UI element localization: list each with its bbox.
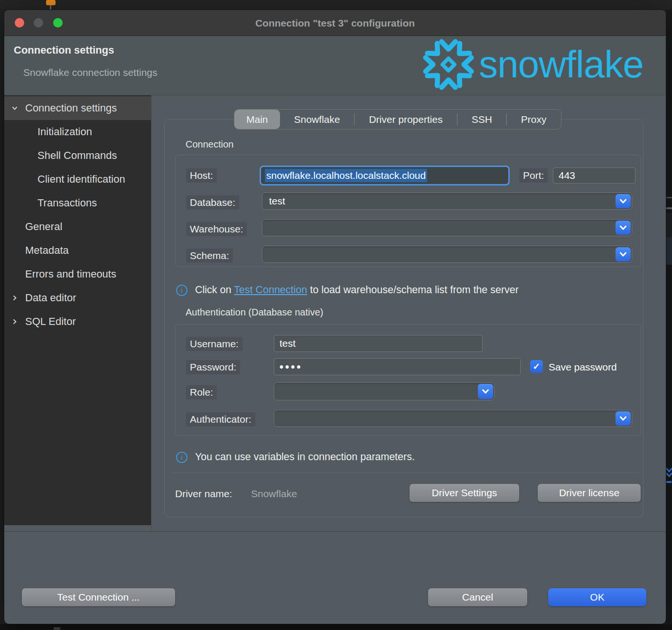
sidebar-item-label: Data editor [25, 292, 76, 304]
sidebar-item-label: Initialization [37, 126, 92, 138]
schema-combo[interactable] [262, 246, 632, 263]
info1-prefix: Click on [195, 284, 234, 296]
close-window-button[interactable] [15, 18, 24, 28]
tree-chevron-icon [4, 104, 25, 112]
sidebar-item-label: Metadata [25, 244, 69, 257]
sidebar-item-metadata[interactable]: Metadata [4, 239, 151, 262]
dialog-header: Connection settings Snowflake connection… [4, 36, 666, 95]
tree-chevron-icon [4, 270, 25, 278]
tree-chevron-icon [17, 199, 37, 207]
dialog-footer: Test Connection ... Cancel OK [4, 532, 666, 624]
tab-driver-properties[interactable]: Driver properties [355, 110, 457, 129]
sidebar-item-general[interactable]: General [4, 215, 151, 239]
chevron-down-icon [619, 416, 627, 421]
host-value: snowflake.localhost.localstack.cloud [265, 169, 427, 182]
check-icon: ✓ [533, 361, 541, 372]
authenticator-combo[interactable] [274, 410, 632, 427]
warehouse-dropdown-button[interactable] [616, 221, 631, 235]
host-label: Host: [186, 168, 217, 183]
tab-label: Main [246, 114, 268, 125]
tree-chevron-icon [4, 294, 25, 302]
info-variables: i You can use variables in connection pa… [176, 451, 415, 463]
driver-license-button[interactable]: Driver license [538, 484, 641, 502]
tab-snowflake[interactable]: Snowflake [280, 110, 355, 129]
database-dropdown-button[interactable] [616, 194, 631, 208]
minimize-window-button[interactable] [34, 18, 43, 28]
tree-chevron-icon [4, 223, 25, 231]
tree-chevron-icon [17, 128, 37, 136]
title-bar: Connection "test 3" configuration [4, 10, 666, 36]
test-connection-button[interactable]: Test Connection ... [22, 588, 175, 606]
background-app-top [0, 0, 672, 9]
sidebar-item-transactions[interactable]: Transactions [4, 191, 151, 215]
username-input[interactable]: test [274, 335, 483, 352]
sidebar-item-label: General [25, 221, 62, 233]
sidebar-item-label: Errors and timeouts [25, 268, 116, 280]
sidebar-item-label: Connection settings [25, 102, 117, 114]
role-combo[interactable] [274, 382, 495, 400]
password-input[interactable]: •••• [274, 358, 521, 375]
sidebar-item-client-identification[interactable]: Client identification [4, 167, 151, 191]
zoom-window-button[interactable] [53, 18, 63, 28]
header-subtitle: Snowflake connection settings [23, 67, 158, 78]
tab-label: Driver properties [369, 114, 442, 125]
background-chevron-icon [666, 467, 672, 480]
sidebar-item-errors-and-timeouts[interactable]: Errors and timeouts [4, 262, 151, 286]
ok-button[interactable]: OK [548, 588, 646, 606]
database-value: test [269, 195, 285, 207]
tab-label: SSH [472, 114, 492, 125]
snowflake-mark-icon [422, 38, 475, 91]
driver-name-label: Driver name: [175, 488, 232, 500]
sidebar-item-label: Shell Commands [37, 149, 117, 162]
tab-label: Snowflake [294, 114, 340, 125]
role-dropdown-button[interactable] [478, 384, 493, 399]
port-label: Port: [519, 168, 548, 183]
tree-chevron-icon [17, 176, 37, 183]
sidebar-item-connection-settings[interactable]: Connection settings [4, 96, 151, 120]
sidebar-item-data-editor[interactable]: Data editor [4, 286, 151, 310]
authenticator-dropdown-button[interactable] [616, 411, 631, 426]
tab-proxy[interactable]: Proxy [507, 110, 561, 129]
tab-ssh[interactable]: SSH [457, 110, 506, 129]
chevron-down-icon [482, 389, 489, 394]
driver-section-divider [171, 472, 641, 473]
sidebar-item-label: Client identification [37, 173, 125, 185]
sidebar-item-label: Transactions [37, 197, 97, 209]
sidebar-item-shell-commands[interactable]: Shell Commands [4, 144, 151, 167]
schema-label: Schema: [186, 249, 233, 263]
sidebar-item-initialization[interactable]: Initialization [4, 120, 151, 144]
password-label: Password: [186, 360, 240, 374]
info-icon: i [176, 285, 187, 296]
background-orange-icon [46, 0, 56, 5]
tab-page-content: Main Snowflake Driver properties SSH Pro… [152, 95, 666, 531]
snowflake-wordmark: snowflake [479, 38, 644, 91]
tree-chevron-icon [4, 318, 25, 325]
database-combo[interactable]: test [262, 193, 632, 210]
save-password-checkbox[interactable]: ✓ [530, 360, 543, 373]
tree-chevron-icon [4, 247, 25, 254]
username-value: test [280, 338, 296, 349]
info2-text: You can use variables in connection para… [195, 451, 415, 463]
driver-settings-button[interactable]: Driver Settings [410, 484, 519, 502]
username-label: Username: [186, 337, 243, 351]
schema-dropdown-button[interactable] [616, 247, 631, 261]
window-title: Connection "test 3" configuration [4, 10, 666, 36]
test-connection-link[interactable]: Test Connection [234, 284, 307, 296]
authenticator-label: Authenticator: [186, 412, 255, 426]
tab-label: Proxy [521, 114, 547, 125]
tree-chevron-icon [17, 152, 37, 159]
sidebar-item-sql-editor[interactable]: SQL Editor [4, 310, 151, 334]
warehouse-combo[interactable] [262, 219, 632, 236]
connection-group-title: Connection [186, 139, 233, 150]
header-title: Connection settings [14, 44, 114, 56]
background-app-edge [666, 9, 672, 624]
driver-name-value: Snowflake [251, 488, 297, 500]
port-input[interactable]: 443 [553, 167, 635, 184]
role-label: Role: [186, 385, 217, 399]
host-input[interactable]: snowflake.localhost.localstack.cloud [260, 166, 510, 185]
tab-main[interactable]: Main [234, 110, 280, 129]
cancel-button[interactable]: Cancel [428, 588, 527, 606]
tab-bar: Main Snowflake Driver properties SSH Pro… [234, 109, 561, 130]
sidebar-item-label: SQL Editor [25, 315, 76, 328]
connection-group-box: Host: snowflake.localhost.localstack.clo… [175, 155, 641, 267]
